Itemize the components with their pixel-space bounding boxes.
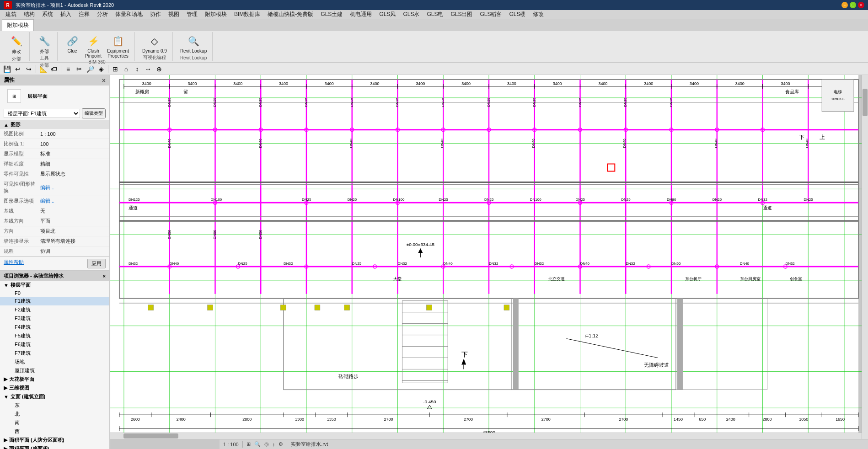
status-icon-4[interactable]: ↕ — [273, 442, 275, 447]
3d-tool[interactable]: ◈ — [96, 64, 106, 74]
nav-tool-5[interactable]: ⊕ — [154, 64, 164, 74]
revit-lookup-button[interactable]: 🔍 Revit Lookup — [178, 33, 209, 54]
tree-north[interactable]: 北 — [0, 410, 109, 418]
external-tools-button[interactable]: 🔧 外部工具 — [35, 33, 54, 62]
dynamo-button[interactable]: ◇ Dynamo 0.9 — [140, 33, 169, 54]
canvas-area[interactable]: 3400 3400 3400 3400 3400 3400 3400 3400 … — [110, 75, 868, 449]
status-icon-1[interactable]: ⊞ — [246, 441, 251, 447]
nav-tool-1[interactable]: ⊞ — [110, 64, 120, 74]
tag-tool[interactable]: 🏷 — [49, 64, 59, 74]
prop-label-display: 显示模型 — [4, 150, 40, 157]
vertical-scroll-thumb[interactable] — [863, 89, 868, 116]
tree-f4-jianzhu[interactable]: F4建筑 — [0, 323, 109, 331]
tree-south[interactable]: 南 — [0, 418, 109, 427]
redo-tool[interactable]: ↪ — [24, 64, 34, 74]
save-tool[interactable]: 💾 — [2, 64, 12, 74]
vertical-scrollbar[interactable] — [862, 75, 868, 439]
properties-help-link[interactable]: 属性帮助 — [4, 259, 24, 268]
maximize-button[interactable]: □ — [850, 2, 856, 8]
tree-ceiling-group[interactable]: ▶ 天花板平面 — [0, 375, 109, 384]
prop-wall-join: 墙连接显示 清理所有墙连接 — [0, 236, 109, 246]
menu-olive[interactable]: 橄榄山快模-免费版 — [264, 10, 317, 19]
properties-apply-button[interactable]: 应用 — [87, 259, 106, 268]
equipment-props-button[interactable]: 📋 EquipmentProperties — [105, 33, 131, 59]
menu-charu[interactable]: 插入 — [57, 10, 75, 19]
dynamo-icon: ◇ — [147, 34, 162, 48]
menu-gls-lou[interactable]: GLS楼 — [505, 10, 529, 19]
menu-zhushi[interactable]: 注释 — [75, 10, 93, 19]
prop-value-vg[interactable]: 编辑... — [40, 184, 106, 191]
nav-tool-3[interactable]: ↕ — [132, 64, 142, 74]
main-area: 属性 × ⊞ 层层平面 楼层平面: F1建筑 编辑类型 ▲ 图形 — [0, 75, 868, 449]
menu-guanli[interactable]: 管理 — [183, 10, 201, 19]
zoom-tool[interactable]: 🔎 — [85, 64, 95, 74]
floor-dropdown[interactable]: 楼层平面: F1建筑 — [4, 109, 80, 118]
menu-gls-mep[interactable]: 机电通用 — [346, 10, 375, 19]
prop-value-disc: 协调 — [40, 248, 106, 255]
menu-gls-civil[interactable]: GLS土建 — [317, 10, 346, 19]
svg-text:DN25: DN25 — [441, 97, 445, 107]
menu-gls-drawing[interactable]: GLS出图 — [447, 10, 476, 19]
tree-wuding[interactable]: 屋顶建筑 — [0, 366, 109, 375]
svg-text:DN40: DN40 — [622, 139, 627, 148]
menu-fenxi[interactable]: 分析 — [93, 10, 112, 19]
menu-timass[interactable]: 体量和场地 — [112, 10, 146, 19]
tree-f1-jianzhu[interactable]: F1建筑 — [0, 297, 109, 305]
tree-area-renf-group[interactable]: ▶ 面积平面 (人防分区面积) — [0, 436, 109, 444]
tree-f7-jianzhu[interactable]: F7建筑 — [0, 349, 109, 358]
menu-gls-water[interactable]: GLS水 — [399, 10, 423, 19]
north-label: 北 — [15, 411, 20, 417]
undo-tool[interactable]: ↩ — [13, 64, 23, 74]
menu-gls-elec[interactable]: GLS电 — [423, 10, 447, 19]
modify-button[interactable]: ✏️ 修改 — [7, 33, 26, 56]
svg-text:1450: 1450 — [674, 417, 683, 422]
menu-xitong[interactable]: 系统 — [38, 10, 57, 19]
nav-tool-4[interactable]: ↔ — [143, 64, 153, 74]
tree-elevations-group[interactable]: ▼ 立面 (建筑立面) — [0, 392, 109, 401]
tree-f5-jianzhu[interactable]: F5建筑 — [0, 331, 109, 340]
menu-bimdata[interactable]: BIM数据库 — [230, 10, 264, 19]
tree-area-net-group[interactable]: ▶ 面积平面 (净面积) — [0, 444, 109, 449]
menu-fujia[interactable]: 附加模块 — [201, 10, 230, 19]
close-button[interactable]: × — [858, 2, 864, 8]
svg-text:650: 650 — [699, 417, 706, 422]
glue-button[interactable]: 🔗 Glue — [63, 33, 81, 54]
thin-lines-tool[interactable]: ≡ — [63, 64, 73, 74]
clash-pinpoint-button[interactable]: ⚡ ClashPinpoint — [83, 33, 103, 59]
menu-jiegou[interactable]: 结构 — [20, 10, 38, 19]
properties-close[interactable]: × — [102, 77, 106, 84]
tree-changdi[interactable]: 场地 — [0, 358, 109, 366]
status-icon-5[interactable]: ⚙ — [279, 441, 283, 447]
measure-tool[interactable]: 📐 — [38, 64, 48, 74]
tree-floor-plans-group[interactable]: ▼ 楼层平面 — [0, 281, 109, 289]
menu-modify[interactable]: 修改 — [529, 10, 547, 19]
prop-value-gd[interactable]: 编辑... — [40, 198, 106, 204]
tree-3d-group[interactable]: ▶ 三维视图 — [0, 384, 109, 392]
menu-shitu[interactable]: 视图 — [165, 10, 183, 19]
menu-gls-wind[interactable]: GLS风 — [375, 10, 399, 19]
browser-title: 项目浏览器 - 实验室给排水 — [4, 273, 64, 279]
prop-section-graphics[interactable]: ▲ 图形 — [0, 120, 109, 129]
menu-hezuo[interactable]: 协作 — [146, 10, 165, 19]
tree-west[interactable]: 西 — [0, 427, 109, 436]
cut-tool[interactable]: ✂ — [74, 64, 84, 74]
ceiling-label: 天花板平面 — [9, 376, 34, 383]
properties-panel-header[interactable]: 属性 × — [0, 75, 109, 86]
tree-f2-jianzhu[interactable]: F2建筑 — [0, 305, 109, 314]
status-icon-2[interactable]: 🔍 — [254, 441, 261, 447]
minimize-button[interactable]: − — [841, 2, 848, 8]
tab-addon[interactable]: 附加模块 — [2, 19, 34, 31]
horizontal-scrollbar[interactable] — [110, 433, 862, 439]
tree-f6-jianzhu[interactable]: F6建筑 — [0, 340, 109, 349]
tree-f3-jianzhu[interactable]: F3建筑 — [0, 314, 109, 323]
status-icon-3[interactable]: ◎ — [264, 441, 269, 447]
horizontal-scroll-thumb[interactable] — [123, 433, 178, 438]
edit-type-button[interactable]: 编辑类型 — [82, 108, 106, 118]
tree-f0[interactable]: F0 — [0, 289, 109, 297]
tree-east[interactable]: 东 — [0, 401, 109, 410]
menu-gls-dao[interactable]: GLS稻客 — [476, 10, 505, 19]
browser-close[interactable]: × — [103, 273, 106, 279]
menu-jianzhu[interactable]: 建筑 — [2, 10, 20, 19]
toolbar-separator-1 — [36, 65, 36, 73]
nav-tool-2[interactable]: ⌂ — [121, 64, 131, 74]
